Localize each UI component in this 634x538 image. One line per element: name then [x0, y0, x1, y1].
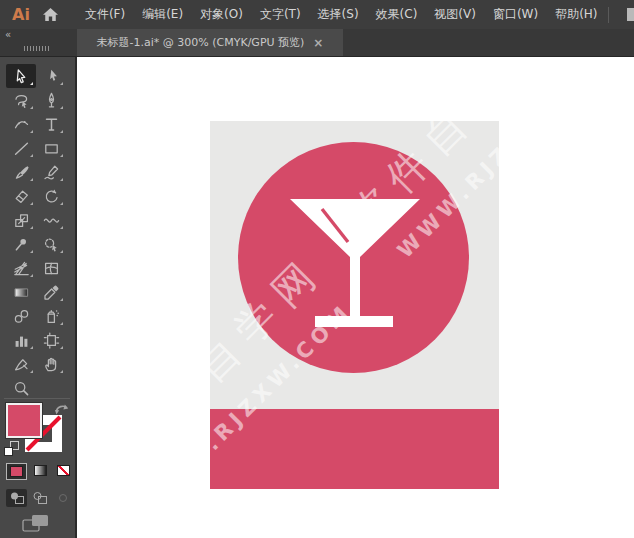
tool-blend[interactable] [6, 304, 36, 328]
appearance-buttons [6, 463, 73, 480]
width-tool-icon [43, 212, 60, 229]
tool-shape-builder[interactable] [36, 232, 66, 256]
draw-normal-icon [9, 491, 25, 505]
type-tool-icon [43, 116, 60, 133]
tool-perspective-grid[interactable] [6, 256, 36, 280]
tool-mesh[interactable] [36, 256, 66, 280]
shaper-tool-icon [43, 164, 60, 181]
menu-view[interactable]: 视图(V) [434, 6, 476, 23]
tool-slice[interactable] [6, 352, 36, 376]
menu-edit[interactable]: 编辑(E) [142, 6, 183, 23]
lasso-tool-icon [13, 92, 30, 109]
eyedropper-tool-icon [43, 284, 60, 301]
drawing-mode-buttons [6, 489, 73, 507]
menu-file[interactable]: 文件(F) [85, 6, 125, 23]
document-tab[interactable]: 未标题-1.ai* @ 300% (CMYK/GPU 预览) × [77, 29, 343, 56]
tool-direct-selection[interactable] [36, 64, 66, 88]
curvature-tool-icon [13, 116, 30, 133]
tool-puppet-warp[interactable] [6, 232, 36, 256]
tab-close-button[interactable]: × [313, 36, 323, 50]
panel-separator [4, 398, 70, 399]
draw-behind-button[interactable] [29, 489, 50, 507]
menu-bar: Ai 文件(F) 编辑(E) 对象(O) 文字(T) 选择(S) 效果(C) 视… [0, 0, 634, 29]
tool-gradient[interactable] [6, 280, 36, 304]
tool-line-segment[interactable] [6, 136, 36, 160]
zoom-tool-icon [13, 380, 30, 397]
artboard-tool-icon [43, 332, 60, 349]
document-canvas[interactable]: 软件自学网 软件自学网 WWW.RJZXW.COM WWW.RJZXW.COM [77, 57, 634, 538]
swap-fill-stroke-icon[interactable] [54, 402, 71, 417]
home-button[interactable] [42, 7, 59, 22]
menu-window[interactable]: 窗口(W) [493, 6, 538, 23]
tool-panel-header: « [0, 29, 77, 56]
tool-paintbrush[interactable] [6, 160, 36, 184]
color-chip [10, 466, 23, 477]
tab-bar: « 未标题-1.ai* @ 300% (CMYK/GPU 预览) × [0, 29, 634, 57]
panel-grip-handle[interactable] [24, 46, 50, 51]
gradient-tool-icon [13, 284, 30, 301]
pink-bottom-bar-shape [210, 409, 499, 489]
slice-tool-icon [13, 356, 30, 373]
screen-mode-button[interactable] [22, 514, 50, 537]
tool-lasso[interactable] [6, 88, 36, 112]
tool-shaper[interactable] [36, 160, 66, 184]
draw-inside-icon [55, 491, 71, 505]
direct-selection-tool-icon [43, 68, 60, 85]
tool-curvature[interactable] [6, 112, 36, 136]
hand-tool-icon [43, 356, 60, 373]
blend-tool-icon [13, 308, 30, 325]
gradient-button[interactable] [31, 463, 50, 478]
draw-behind-icon [32, 491, 48, 505]
app-logo: Ai [12, 5, 30, 24]
color-button[interactable] [6, 463, 27, 480]
tool-symbol-sprayer[interactable] [36, 304, 66, 328]
tool-pen[interactable] [36, 88, 66, 112]
pen-tool-icon [43, 92, 60, 109]
eraser-tool-icon [13, 188, 30, 205]
menu-select[interactable]: 选择(S) [318, 6, 359, 23]
tool-selection[interactable] [6, 64, 36, 88]
artboard: 软件自学网 软件自学网 WWW.RJZXW.COM WWW.RJZXW.COM [210, 121, 499, 489]
puppet-warp-tool-icon [13, 236, 30, 253]
screen-mode-icon [22, 514, 50, 533]
default-fill-stroke-icon[interactable] [4, 441, 20, 457]
tool-artboard[interactable] [36, 328, 66, 352]
tool-column-graph[interactable] [6, 328, 36, 352]
none-chip [57, 465, 70, 476]
collapse-panel-button[interactable]: « [5, 29, 10, 40]
tool-eraser[interactable] [6, 184, 36, 208]
menu-effect[interactable]: 效果(C) [376, 6, 418, 23]
draw-normal-button[interactable] [6, 489, 27, 507]
menu-help[interactable]: 帮助(H) [555, 6, 597, 23]
rotate-tool-icon [43, 188, 60, 205]
tool-zoom[interactable] [6, 376, 36, 400]
tool-scale[interactable] [6, 208, 36, 232]
shape-builder-tool-icon [43, 236, 60, 253]
gradient-chip [34, 465, 47, 476]
tool-hand[interactable] [36, 352, 66, 376]
fill-stroke-widget [4, 402, 73, 460]
workspace-switcher-icon[interactable] [626, 7, 634, 22]
selection-tool-icon [13, 68, 30, 85]
tool-eyedropper[interactable] [36, 280, 66, 304]
menu-type[interactable]: 文字(T) [260, 6, 301, 23]
menubar-divider-right [608, 7, 609, 23]
paintbrush-tool-icon [13, 164, 30, 181]
tools-panel [0, 57, 77, 538]
main-menu: 文件(F) 编辑(E) 对象(O) 文字(T) 选择(S) 效果(C) 视图(V… [85, 6, 598, 23]
tool-rotate[interactable] [36, 184, 66, 208]
tool-width[interactable] [36, 208, 66, 232]
tool-rectangle[interactable] [36, 136, 66, 160]
line-segment-tool-icon [13, 140, 30, 157]
mesh-tool-icon [43, 260, 60, 277]
illustrator-window: Ai 文件(F) 编辑(E) 对象(O) 文字(T) 选择(S) 效果(C) 视… [0, 0, 634, 538]
tools-grid [6, 64, 68, 400]
none-button[interactable] [54, 463, 73, 478]
menu-object[interactable]: 对象(O) [200, 6, 243, 23]
home-icon [42, 7, 59, 22]
draw-inside-button[interactable] [52, 489, 73, 507]
tool-type[interactable] [36, 112, 66, 136]
column-graph-tool-icon [13, 332, 30, 349]
fill-swatch[interactable] [6, 403, 42, 438]
symbol-sprayer-tool-icon [43, 308, 60, 325]
